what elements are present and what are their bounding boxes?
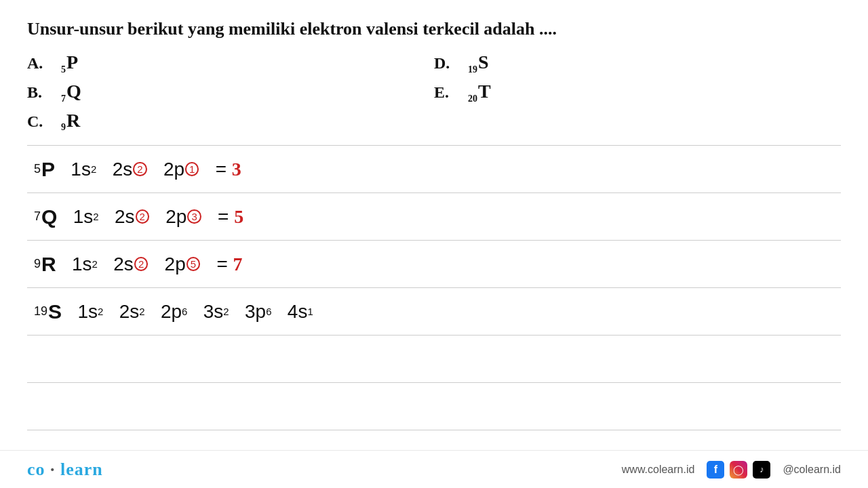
work-area: 5P 1s2 2s2 2p1 = 3 7Q 1s2 2s2 (27, 145, 841, 488)
option-d-value: 19S (468, 52, 489, 75)
logo-co: co (27, 460, 45, 479)
social-handle: @colearn.id (783, 464, 841, 476)
work-line-empty2 (27, 382, 841, 430)
footer-logo: co · learn (27, 460, 103, 480)
symbol-q: Q (41, 205, 57, 228)
logo-learn: learn (60, 460, 103, 479)
result-line1: 3 (232, 159, 241, 180)
work-line-7q-content: 7Q 1s2 2s2 2p3 = 5 (27, 205, 841, 228)
circled-2-line3: 2 (134, 257, 148, 271)
work-line-7q: 7Q 1s2 2s2 2p3 = 5 (27, 192, 841, 240)
main-content: Unsur-unsur berikut yang memiliki elektr… (0, 0, 868, 488)
atomic-9: 9 (34, 257, 41, 271)
footer-right: www.colearn.id f ◯ ♪ @colearn.id (622, 461, 841, 479)
option-a-value: 5P (61, 52, 78, 75)
option-a: A. 5P (27, 52, 434, 75)
option-e-value: 20T (468, 81, 491, 104)
circled-2-line2: 2 (136, 209, 149, 224)
option-e: E. 20T (434, 81, 841, 104)
work-line-5p-content: 5P 1s2 2s2 2p1 = 3 (27, 158, 841, 181)
atomic-7: 7 (34, 209, 41, 224)
option-c-label: C. (27, 113, 61, 131)
symbol-p: P (41, 158, 55, 181)
result-line3: 7 (233, 253, 243, 275)
option-c-value: 9R (61, 110, 80, 134)
footer: co · learn www.colearn.id f ◯ ♪ @colearn… (0, 450, 868, 488)
circled-1-line1: 1 (185, 162, 199, 176)
option-b: B. 7Q (27, 81, 434, 104)
circled-2-line1: 2 (133, 162, 146, 176)
footer-url: www.colearn.id (622, 464, 695, 476)
result-line2: 5 (234, 206, 243, 228)
work-line-5p: 5P 1s2 2s2 2p1 = 3 (27, 145, 841, 192)
social-icons: f ◯ ♪ (707, 461, 770, 479)
option-b-label: B. (27, 83, 61, 102)
circled-5-line3: 5 (186, 257, 200, 271)
question-text: Unsur-unsur berikut yang memiliki elektr… (27, 19, 841, 39)
options-container: A. 5P B. 7Q C. 9R D. (27, 52, 841, 138)
instagram-icon: ◯ (730, 461, 747, 479)
work-line-9r: 9R 1s2 2s2 2p5 = 7 (27, 240, 841, 287)
option-b-value: 7Q (61, 81, 81, 104)
atomic-19: 19 (34, 304, 47, 319)
atomic-5: 5 (34, 162, 41, 176)
options-right: D. 19S E. 20T (434, 52, 841, 138)
option-d-label: D. (434, 54, 468, 73)
symbol-r: R (41, 253, 56, 276)
options-left: A. 5P B. 7Q C. 9R (27, 52, 434, 138)
option-d: D. 19S (434, 52, 841, 75)
work-line-19s: 19S 1s2 2s2 2p6 3s2 3p6 4s1 (27, 287, 841, 335)
symbol-s: S (48, 300, 62, 323)
work-line-9r-content: 9R 1s2 2s2 2p5 = 7 (27, 253, 841, 276)
work-line-empty1 (27, 335, 841, 382)
circled-3-line2: 3 (187, 209, 201, 224)
option-a-label: A. (27, 54, 61, 73)
work-line-19s-content: 19S 1s2 2s2 2p6 3s2 3p6 4s1 (27, 300, 841, 323)
facebook-icon: f (707, 461, 724, 479)
tiktok-icon: ♪ (753, 461, 770, 479)
option-c: C. 9R (27, 110, 434, 134)
option-e-label: E. (434, 83, 468, 102)
